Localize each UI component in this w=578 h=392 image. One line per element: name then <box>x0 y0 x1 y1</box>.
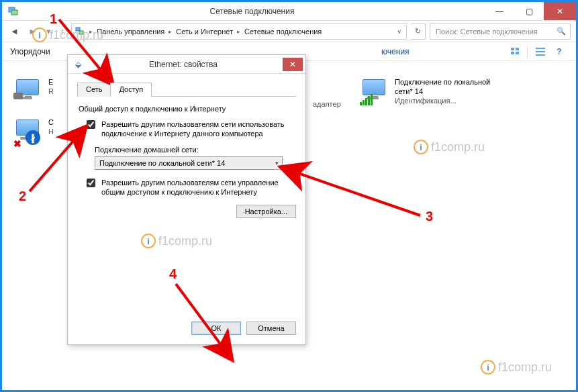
window-titlebar: Сетевые подключения — ▢ ✕ <box>2 2 576 21</box>
wifi-icon <box>360 78 389 105</box>
home-network-value: Подключение по локальной сети* 14 <box>99 159 225 167</box>
breadcrumb-dropdown[interactable]: v <box>395 28 404 35</box>
view-details-button[interactable] <box>532 44 549 59</box>
properties-dialog: ⬙ Ethernet: свойства ✕ Сеть Доступ Общий… <box>67 54 306 345</box>
window-title: Сетевые подключения <box>19 7 485 16</box>
view-icons-button[interactable] <box>507 44 524 59</box>
svg-rect-7 <box>516 52 519 54</box>
svg-rect-5 <box>516 48 519 50</box>
item-title-2: сети* 14 <box>395 87 490 97</box>
item-status: Идентификация... <box>395 97 490 106</box>
annotation-2: 2 <box>19 189 26 203</box>
watermark: if1comp.ru <box>32 28 103 42</box>
breadcrumb-item[interactable]: Сетевые подключения <box>244 28 322 36</box>
svg-rect-9 <box>536 51 545 52</box>
svg-rect-4 <box>511 48 514 50</box>
allow-control-checkbox-row[interactable]: Разрешить другим пользователям сети упра… <box>84 178 296 197</box>
bluetooth-icon: ✖ ∦ <box>13 118 43 145</box>
allow-others-checkbox-row[interactable]: Разрешить другим пользователям сети испо… <box>84 119 296 139</box>
nav-back-button[interactable]: ◄ <box>7 26 21 36</box>
breadcrumb[interactable]: ▸ Панель управления ▸ Сеть и Интернет ▸ … <box>71 23 407 40</box>
item-sub: Н <box>48 128 54 137</box>
signal-bars-icon <box>360 94 373 105</box>
dialog-titlebar[interactable]: ⬙ Ethernet: свойства ✕ <box>68 55 305 74</box>
settings-button[interactable]: Настройка... <box>236 205 296 218</box>
toolbar-fragment-title: ючения <box>381 47 410 56</box>
window-minimize-button[interactable]: — <box>485 2 514 20</box>
watermark: if1comp.ru <box>141 234 212 248</box>
item-title: Подключение по локальной <box>395 78 490 87</box>
breadcrumb-item[interactable]: Сеть и Интернет <box>176 28 233 36</box>
annotation-3: 3 <box>426 209 433 224</box>
ethernet-icon <box>13 78 43 105</box>
chevron-right-icon: ▸ <box>167 28 173 35</box>
svg-rect-1 <box>11 10 17 15</box>
svg-rect-8 <box>536 48 545 49</box>
cancel-button[interactable]: Отмена <box>246 322 296 335</box>
dialog-title: Ethernet: свойства <box>84 60 283 69</box>
bluetooth-badge-icon: ∦ <box>26 130 40 145</box>
svg-rect-10 <box>536 54 545 56</box>
search-input[interactable]: 🔍 <box>430 23 571 40</box>
ok-button[interactable]: ОК <box>191 322 241 335</box>
search-field[interactable] <box>434 27 554 36</box>
tab-network[interactable]: Сеть <box>77 83 111 97</box>
network-item-ethernet[interactable]: E R <box>13 78 54 105</box>
allow-others-label: Разрешить другим пользователям сети испо… <box>101 119 296 139</box>
help-button[interactable]: ? <box>550 44 568 59</box>
dialog-close-button[interactable]: ✕ <box>283 58 303 71</box>
home-network-label: Подключение домашней сети: <box>95 146 296 154</box>
dialog-icon: ⬙ <box>72 60 84 69</box>
search-icon: 🔍 <box>557 27 566 36</box>
disabled-x-icon: ✖ <box>13 138 21 149</box>
network-item-bluetooth[interactable]: ✖ ∦ С Н <box>13 118 54 145</box>
content-area: E R ✖ ∦ С Н адаптер Подключение по локал… <box>4 64 574 388</box>
watermark: if1comp.ru <box>414 140 485 154</box>
group-title: Общий доступ к подключению к Интернету <box>79 105 296 113</box>
app-icon <box>7 7 19 16</box>
home-network-dropdown[interactable]: Подключение по локальной сети* 14 <box>95 156 283 170</box>
dialog-tabs: Сеть Доступ <box>77 82 296 97</box>
refresh-button[interactable]: ↻ <box>411 23 426 40</box>
chevron-right-icon: ▸ <box>236 28 242 35</box>
breadcrumb-item[interactable]: Панель управления <box>97 28 164 36</box>
partial-adapter-label: адаптер <box>313 100 341 108</box>
window-maximize-button[interactable]: ▢ <box>514 2 544 20</box>
item-sub: R <box>48 87 54 97</box>
svg-rect-6 <box>511 52 514 54</box>
allow-control-checkbox[interactable] <box>87 179 95 187</box>
allow-others-checkbox[interactable] <box>87 120 95 129</box>
allow-control-label: Разрешить другим пользователям сети упра… <box>101 178 296 197</box>
network-item-lan[interactable]: Подключение по локальной сети* 14 Иденти… <box>360 78 490 105</box>
tab-access[interactable]: Доступ <box>110 83 152 97</box>
item-title: E <box>48 78 54 87</box>
organize-menu[interactable]: Упорядочи <box>10 47 50 56</box>
item-title: С <box>48 118 54 128</box>
watermark: if1comp.ru <box>481 360 552 375</box>
window-close-button[interactable]: ✕ <box>544 2 576 20</box>
